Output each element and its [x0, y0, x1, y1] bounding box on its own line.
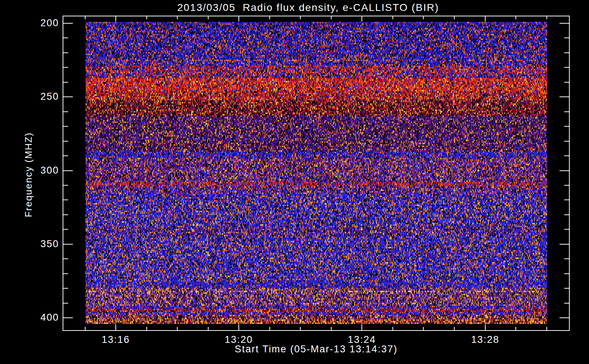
y-minor-tick-left: [63, 229, 68, 230]
x-major-tick-bottom: [361, 324, 362, 330]
y-major-tick-right: [560, 317, 569, 318]
x-minor-tick-bottom: [331, 327, 332, 330]
y-minor-tick-right: [564, 214, 569, 215]
y-tick-label: 300: [22, 165, 59, 176]
y-tick-label: 250: [22, 91, 59, 102]
y-major-tick-left: [63, 317, 73, 318]
y-minor-tick-right: [564, 52, 569, 53]
y-major-tick-left: [63, 244, 73, 245]
x-minor-tick-top: [208, 16, 209, 19]
x-major-tick-top: [361, 16, 362, 21]
y-minor-tick-right: [564, 199, 569, 200]
x-minor-tick-top: [269, 16, 270, 19]
y-tick-label: 200: [22, 17, 59, 29]
x-minor-tick-top: [146, 16, 147, 19]
y-minor-tick-left: [63, 82, 68, 83]
x-minor-tick-bottom: [423, 327, 424, 330]
y-minor-tick-right: [564, 155, 569, 156]
x-minor-tick-top: [546, 16, 547, 19]
y-minor-tick-right: [564, 229, 569, 230]
x-minor-tick-bottom: [454, 327, 455, 330]
y-minor-tick-left: [63, 111, 68, 112]
y-minor-tick-right: [564, 258, 569, 259]
x-minor-tick-top: [85, 16, 86, 19]
y-minor-tick-left: [63, 214, 68, 215]
x-minor-tick-bottom: [392, 327, 393, 330]
y-tick-label: 350: [22, 238, 59, 250]
y-minor-tick-left: [63, 141, 68, 142]
x-minor-tick-bottom: [300, 327, 301, 330]
y-minor-tick-right: [564, 111, 569, 112]
y-tick-label: 400: [22, 312, 59, 323]
y-minor-tick-right: [564, 185, 569, 186]
spectrogram-page: 2013/03/05 Radio flux density, e-CALLIST…: [0, 0, 589, 364]
y-minor-tick-left: [63, 288, 68, 289]
y-major-tick-left: [63, 23, 73, 24]
chart-title: 2013/03/05 Radio flux density, e-CALLIST…: [55, 2, 562, 13]
y-minor-tick-left: [63, 126, 68, 127]
y-major-tick-right: [560, 96, 569, 97]
y-minor-tick-left: [63, 37, 68, 38]
x-minor-tick-top: [331, 16, 332, 19]
x-minor-tick-bottom: [546, 327, 547, 330]
spectrogram-image: [86, 22, 547, 324]
y-minor-tick-right: [564, 67, 569, 68]
y-minor-tick-left: [63, 67, 68, 68]
x-minor-tick-bottom: [146, 327, 147, 330]
y-minor-tick-right: [564, 288, 569, 289]
y-minor-tick-right: [564, 303, 569, 304]
y-minor-tick-right: [564, 126, 569, 127]
y-minor-tick-right: [564, 37, 569, 38]
y-major-tick-right: [560, 244, 569, 245]
x-major-tick-bottom: [115, 324, 116, 330]
x-minor-tick-bottom: [177, 327, 178, 330]
y-minor-tick-left: [63, 258, 68, 259]
x-major-tick-bottom: [485, 324, 486, 330]
y-major-tick-right: [560, 23, 569, 24]
x-minor-tick-top: [423, 16, 424, 19]
y-major-tick-left: [63, 96, 73, 97]
y-major-tick-left: [63, 170, 73, 171]
x-major-tick-top: [238, 16, 239, 21]
x-minor-tick-top: [300, 16, 301, 19]
y-minor-tick-left: [63, 273, 68, 274]
x-minor-tick-top: [454, 16, 455, 19]
y-minor-tick-right: [564, 273, 569, 274]
x-minor-tick-bottom: [208, 327, 209, 330]
y-minor-tick-left: [63, 303, 68, 304]
x-major-tick-bottom: [238, 324, 239, 330]
y-minor-tick-left: [63, 155, 68, 156]
x-minor-tick-bottom: [269, 327, 270, 330]
x-major-tick-top: [115, 16, 116, 21]
x-minor-tick-top: [177, 16, 178, 19]
y-minor-tick-left: [63, 199, 68, 200]
x-minor-tick-top: [515, 16, 516, 19]
x-minor-tick-bottom: [515, 327, 516, 330]
y-minor-tick-left: [63, 52, 68, 53]
x-minor-tick-bottom: [85, 327, 86, 330]
x-axis-label: Start Time (05-Mar-13 13:14:37): [63, 344, 570, 355]
y-minor-tick-right: [564, 82, 569, 83]
y-major-tick-right: [560, 170, 569, 171]
x-major-tick-top: [485, 16, 486, 21]
x-minor-tick-top: [392, 16, 393, 19]
y-minor-tick-left: [63, 185, 68, 186]
y-minor-tick-right: [564, 141, 569, 142]
